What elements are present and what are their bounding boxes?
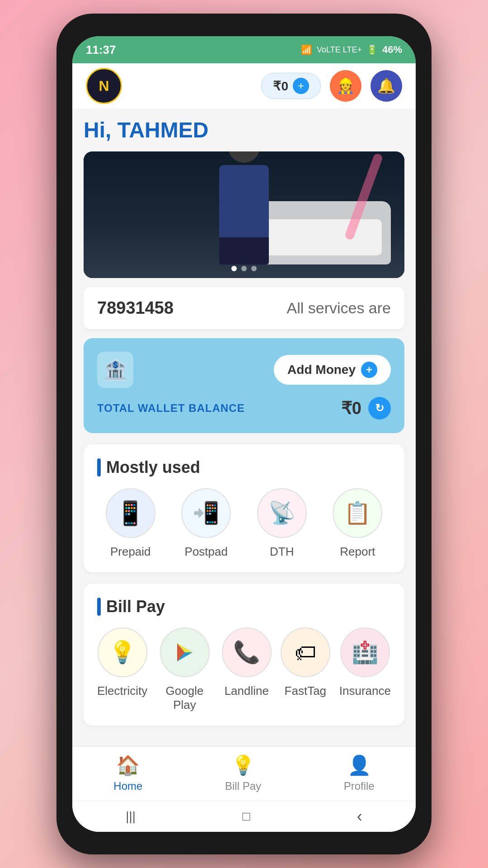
wallet-balance-amount: ₹0 ↻: [341, 397, 391, 420]
user-number: 78931458: [97, 298, 174, 318]
electricity-label: Electricity: [97, 684, 147, 698]
service-report[interactable]: 📋 Report: [333, 488, 382, 559]
profile-label: Profile: [344, 780, 375, 793]
google-play-label: Google Play: [156, 684, 213, 712]
add-money-label: Add Money: [287, 363, 356, 377]
balance-pill[interactable]: ₹0 +: [261, 73, 321, 99]
service-insurance[interactable]: 🏥 Insurance: [339, 627, 391, 712]
support-icon[interactable]: 👷: [330, 70, 361, 102]
notification-icon[interactable]: 🔔: [371, 70, 402, 102]
balance-amount: ₹0: [273, 79, 288, 94]
home-label: Home: [113, 780, 142, 793]
dot-3: [251, 266, 257, 271]
mostly-used-grid: 📱 Prepaid 📲 Postpad 📡 DTH: [97, 488, 391, 559]
fasttag-icon: 🏷: [281, 627, 330, 677]
wallet-card: 🏦 Add Money + TOTAL WALLET BALANCE ₹0 ↻: [84, 338, 404, 433]
bill-pay-nav-icon: 💡: [231, 754, 255, 776]
app-logo[interactable]: N: [86, 68, 122, 104]
services-status: All services are: [286, 299, 391, 317]
insurance-label: Insurance: [339, 684, 391, 698]
wallet-amount-text: ₹0: [341, 398, 361, 418]
wallet-bottom: TOTAL WALLET BALANCE ₹0 ↻: [97, 397, 391, 420]
app-header: N ₹0 + 👷 🔔: [72, 63, 416, 108]
nav-home[interactable]: 🏠 Home: [113, 754, 142, 793]
home-button[interactable]: □: [242, 809, 250, 824]
bill-pay-grid: 💡 Electricity Go: [97, 627, 391, 712]
header-actions: ₹0 + 👷 🔔: [261, 70, 402, 102]
add-money-icon[interactable]: +: [293, 78, 309, 94]
report-icon: 📋: [333, 488, 382, 538]
profile-icon: 👤: [347, 754, 371, 776]
bottom-navigation: 🏠 Home 💡 Bill Pay 👤 Profile: [72, 746, 416, 800]
bank-icon: 🏦: [97, 352, 133, 388]
mostly-used-section: Mostly used 📱 Prepaid 📲 Postpad: [84, 444, 404, 572]
add-money-plus-icon: +: [361, 362, 377, 378]
postpad-label: Postpad: [185, 545, 228, 559]
status-icons: 📶 VoLTE LTE+ 🔋 46%: [301, 44, 402, 56]
title-bar-accent: [97, 458, 101, 476]
status-bar: 11:37 📶 VoLTE LTE+ 🔋 46%: [72, 36, 416, 63]
system-navigation: ||| □ ‹: [72, 800, 416, 832]
wallet-top: 🏦 Add Money +: [97, 352, 391, 388]
refresh-icon[interactable]: ↻: [368, 397, 391, 420]
banner-card: [84, 151, 404, 278]
dth-label: DTH: [270, 545, 294, 559]
prepaid-icon: 📱: [106, 488, 155, 538]
fasttag-label: FastTag: [285, 684, 327, 698]
service-dth[interactable]: 📡 DTH: [257, 488, 307, 559]
signal-text: VoLTE LTE+: [317, 45, 362, 55]
dth-icon: 📡: [257, 488, 307, 538]
title-bar-accent-2: [97, 598, 101, 616]
main-content: Hi, TAHMED: [72, 108, 416, 746]
status-time: 11:37: [86, 43, 116, 57]
report-label: Report: [340, 545, 375, 559]
battery-icon: 🔋: [366, 44, 378, 55]
dot-1: [231, 266, 237, 271]
banner-dots: [231, 266, 257, 271]
wallet-balance-label: TOTAL WALLET BALANCE: [97, 402, 245, 415]
insurance-icon: 🏥: [340, 627, 390, 677]
service-fasttag[interactable]: 🏷 FastTag: [281, 627, 330, 712]
service-electricity[interactable]: 💡 Electricity: [97, 627, 147, 712]
banner-image: [84, 151, 404, 278]
landline-icon: 📞: [222, 627, 272, 677]
back-button[interactable]: ‹: [357, 807, 362, 826]
electricity-icon: 💡: [98, 627, 147, 677]
service-landline[interactable]: 📞 Landline: [222, 627, 272, 712]
service-prepaid[interactable]: 📱 Prepaid: [106, 488, 155, 559]
mostly-used-title: Mostly used: [97, 458, 391, 477]
bill-pay-nav-label: Bill Pay: [225, 780, 261, 793]
bill-pay-title: Bill Pay: [97, 597, 391, 616]
nav-profile[interactable]: 👤 Profile: [344, 754, 375, 793]
recent-apps-button[interactable]: |||: [126, 809, 136, 824]
nav-bill-pay[interactable]: 💡 Bill Pay: [225, 754, 261, 793]
home-icon: 🏠: [116, 754, 140, 776]
postpad-icon: 📲: [181, 488, 231, 538]
wifi-icon: 📶: [301, 44, 312, 55]
landline-label: Landline: [225, 684, 269, 698]
add-money-button[interactable]: Add Money +: [274, 355, 391, 385]
google-play-icon: [160, 627, 210, 677]
info-row: 78931458 All services are: [84, 287, 404, 329]
service-google-play[interactable]: Google Play: [156, 627, 213, 712]
battery-text: 46%: [382, 44, 402, 56]
service-postpad[interactable]: 📲 Postpad: [181, 488, 231, 559]
greeting-text: Hi, TAHMED: [84, 118, 404, 142]
prepaid-label: Prepaid: [110, 545, 151, 559]
dot-2: [241, 266, 247, 271]
bill-pay-section: Bill Pay 💡 Electricity: [84, 584, 404, 726]
